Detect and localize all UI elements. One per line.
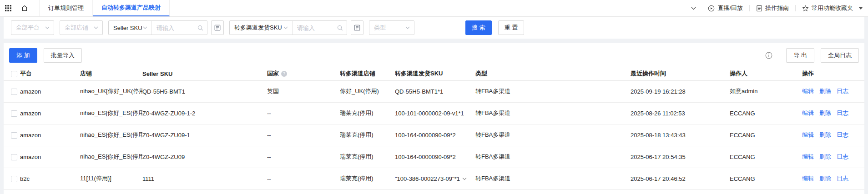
filter-bar: 全部平台 全部店铺 Seller SKU 转多渠道发货SKU — [4, 17, 864, 39]
cell-last-operate-time: 2025-08-18 13:43:43 — [631, 124, 730, 146]
star-icon — [802, 5, 809, 12]
cell-channel-shop: 瑞莱克(停用) — [340, 168, 395, 189]
platform-select-value: 全部平台 — [16, 24, 40, 32]
operation-guide-button[interactable]: 操作指南 — [756, 4, 789, 12]
apps-grid-button[interactable] — [0, 0, 16, 16]
seller-sku-field-select[interactable]: Seller SKU — [109, 21, 152, 35]
channel-sku-field-select[interactable]: 转多渠道发货SKU — [230, 21, 293, 35]
col-seller-sku: Seller SKU — [142, 67, 267, 80]
row-action-edit[interactable]: 编辑 — [802, 131, 814, 138]
favorites-button[interactable]: 常用功能收藏夹 — [802, 4, 863, 12]
seller-sku-filter-group: Seller SKU — [108, 20, 207, 35]
add-button[interactable]: 添 加 — [9, 48, 37, 63]
export-button[interactable]: 导 出 — [786, 48, 814, 63]
table-row: amazon nihao_ES[你好_ES(停用)] Z0-4WGZ-ZU09-… — [4, 102, 864, 124]
col-country-label: 国家 — [267, 70, 279, 77]
live-replay-button[interactable]: 直播/回放 — [708, 4, 743, 12]
row-action-edit[interactable]: 编辑 — [802, 175, 814, 182]
reset-button[interactable]: 重 置 — [498, 20, 525, 35]
cell-seller-sku: QD-55H5-BMT1 — [142, 80, 267, 102]
search-icon — [337, 25, 343, 31]
country-help-icon[interactable]: ? — [281, 71, 287, 77]
row-actions: 编辑删除日志 — [802, 153, 848, 160]
batch-input-icon — [214, 25, 221, 31]
channel-sku-field-value: 转多渠道发货SKU — [234, 24, 282, 32]
row-action-delete[interactable]: 删除 — [819, 175, 831, 182]
sku-expand-icon[interactable] — [462, 177, 467, 180]
row-action-log[interactable]: 日志 — [837, 175, 848, 182]
row-action-delete[interactable]: 删除 — [819, 109, 831, 116]
chevron-down-icon — [405, 26, 410, 29]
row-action-delete[interactable]: 删除 — [819, 131, 831, 138]
operation-guide-label: 操作指南 — [765, 4, 789, 12]
channel-sku-text: 100-101-0000002-09-v1*1 — [395, 110, 464, 117]
table-header-row: 平台 店铺 Seller SKU 国家? 转多渠道店铺 转多渠道发货SKU 类型… — [4, 67, 864, 80]
cell-country: 英国 — [267, 80, 340, 102]
cell-type: 转FBA多渠道 — [475, 146, 631, 168]
shop-select[interactable]: 全部店铺 — [60, 20, 103, 35]
row-action-log[interactable]: 日志 — [837, 109, 848, 116]
platform-select[interactable]: 全部平台 — [11, 20, 54, 35]
row-checkbox[interactable] — [11, 89, 17, 95]
cell-operator: ECCANG — [730, 168, 802, 189]
cell-shop: nihao_UK[你好_UK(停用)] — [80, 80, 142, 102]
row-checkbox[interactable] — [11, 110, 17, 117]
tab-auto-multichannel-product-mapping[interactable]: 自动转多渠道产品映射 — [93, 0, 170, 16]
batch-import-button[interactable]: 批量导入 — [44, 48, 82, 63]
type-select[interactable]: 类型 — [369, 20, 414, 35]
row-checkbox[interactable] — [11, 176, 17, 182]
top-tab-bar: 订单规则管理 自动转多渠道产品映射 直播/回放 操作指南 常用功能收藏夹 — [0, 0, 868, 17]
cell-actions: 编辑删除日志 — [802, 124, 864, 146]
channel-sku-filter-group: 转多渠道发货SKU — [229, 20, 347, 35]
cell-seller-sku: Z0-4WGZ-ZU09-1-2 — [142, 102, 267, 124]
row-action-edit[interactable]: 编辑 — [802, 153, 814, 160]
cell-type: 转FBA多渠道 — [475, 80, 631, 102]
home-icon — [21, 5, 28, 12]
channel-sku-batch-input-button[interactable] — [351, 20, 363, 35]
cell-country: -- — [267, 146, 340, 168]
seller-sku-batch-input-button[interactable] — [211, 20, 224, 35]
cell-channel-shop: 瑞莱克(停用) — [340, 124, 395, 146]
cell-operator: 如意admin — [730, 80, 802, 102]
live-replay-label: 直播/回放 — [717, 4, 743, 12]
table-row: b2c 11[11(停用)] 1111 -- 瑞莱克(停用) "100-386-… — [4, 168, 864, 189]
cell-platform: amazon — [20, 124, 80, 146]
info-icon[interactable] — [765, 52, 772, 59]
row-actions: 编辑删除日志 — [802, 175, 848, 182]
cell-channel-sku: QD-55H5-BMT1*1 — [395, 80, 475, 102]
row-action-edit[interactable]: 编辑 — [802, 109, 814, 116]
play-circle-icon — [708, 5, 715, 12]
table-toolbar: 添 加 批量导入 导 出 全局日志 — [4, 43, 864, 67]
chevron-down-icon — [45, 26, 50, 29]
cell-actions: 编辑删除日志 — [802, 102, 864, 124]
cell-platform: amazon — [20, 146, 80, 168]
row-checkbox[interactable] — [11, 132, 17, 139]
cell-channel-sku: "100-386-0002273-09"*1 — [395, 168, 475, 189]
cell-type: 转FBA多渠道 — [475, 102, 631, 124]
tab-order-rule-management[interactable]: 订单规则管理 — [39, 0, 93, 16]
row-action-log[interactable]: 日志 — [837, 88, 848, 95]
search-icon — [197, 25, 203, 31]
row-action-log[interactable]: 日志 — [837, 153, 848, 160]
cell-actions: 编辑删除日志 — [802, 168, 864, 189]
global-log-button[interactable]: 全局日志 — [821, 48, 859, 63]
cell-channel-sku: 100-164-0000090-09*2 — [395, 146, 475, 168]
select-all-checkbox[interactable] — [11, 71, 17, 77]
home-button[interactable] — [16, 0, 33, 16]
row-action-delete[interactable]: 删除 — [819, 153, 831, 160]
row-action-delete[interactable]: 删除 — [819, 88, 831, 95]
row-checkbox[interactable] — [11, 154, 17, 160]
cell-type: 转FBA多渠道 — [475, 168, 631, 189]
cell-shop: 11[11(停用)] — [80, 168, 142, 189]
cell-channel-shop: 瑞莱克(停用) — [340, 146, 395, 168]
seller-sku-input[interactable] — [152, 21, 197, 34]
row-action-log[interactable]: 日志 — [837, 131, 848, 138]
cell-seller-sku: 1111 — [142, 168, 267, 189]
row-actions: 编辑删除日志 — [802, 131, 848, 138]
cell-platform: amazon — [20, 80, 80, 102]
tab-list-chevron-icon[interactable] — [691, 7, 696, 10]
channel-sku-input[interactable] — [293, 21, 337, 34]
row-action-edit[interactable]: 编辑 — [802, 88, 814, 95]
cell-last-operate-time: 2025-09-19 16:21:28 — [631, 80, 730, 102]
search-button[interactable]: 搜 索 — [465, 20, 492, 35]
